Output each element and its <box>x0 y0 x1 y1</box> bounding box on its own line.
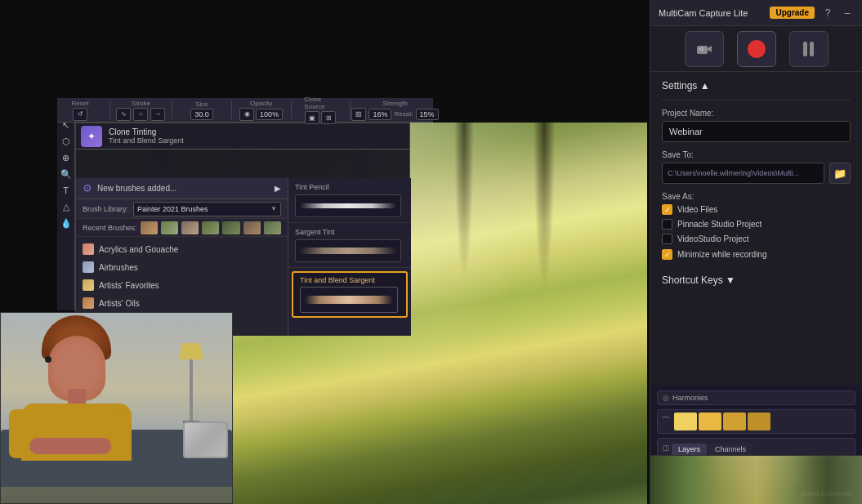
shortcut-keys-header[interactable]: Shortcut Keys ▼ <box>662 274 851 286</box>
upgrade-button[interactable]: Upgrade <box>770 7 815 19</box>
stroke-btn1[interactable]: ∿ <box>116 108 131 121</box>
clone-title-group: Clone Tinting Tint and Blend Sargent <box>109 127 184 145</box>
toolbar-resat-value[interactable]: 15% <box>416 109 439 120</box>
clone-btn1[interactable]: ▣ <box>305 111 319 124</box>
tool-text[interactable]: T <box>59 183 74 198</box>
tint-pencil-stroke <box>300 203 396 208</box>
toolbar-reset-group: Reset ↺ <box>64 100 96 121</box>
camera-svg: ×2 <box>696 42 712 56</box>
toolbar-strength-value[interactable]: 16% <box>368 109 391 120</box>
tool-zoom[interactable]: 🔍 <box>59 167 74 181</box>
save-to-path: C:\Users\noelle.wilmering\Videos\Multi..… <box>668 169 799 177</box>
clone-icon: ✦ <box>81 126 102 147</box>
lamp-shade <box>179 343 203 359</box>
svg-text:×2: ×2 <box>699 47 703 51</box>
brush-swatch-icon: ⁀ <box>663 417 669 426</box>
videostudio-checkbox[interactable] <box>662 234 672 244</box>
brush-thumb-7 <box>264 221 281 234</box>
toolbar-sep4 <box>291 101 292 119</box>
strength-icon[interactable]: ▨ <box>351 108 366 121</box>
camera-source-button[interactable]: ×2 <box>685 31 724 67</box>
minimize-checkbox[interactable] <box>662 249 672 260</box>
brush-library-value: Painter 2021 Brushes <box>137 205 208 213</box>
toolbar-sep5 <box>350 101 351 119</box>
new-brushes-arrow: ▶ <box>275 184 281 193</box>
reset-btn[interactable]: ↺ <box>73 108 87 121</box>
preview-area: ◎ Harmonies ⁀ ◫ Layers Channels Dana Dia… <box>650 386 862 504</box>
brush-item-oils[interactable]: Artists' Oils <box>76 294 288 312</box>
tools-panel: 🖌 ↖ ⬡ ⊕ 🔍 T △ 💧 <box>57 98 75 310</box>
arm-right <box>107 409 132 458</box>
brush-thumb-4 <box>202 221 219 234</box>
pinnacle-checkbox[interactable] <box>662 219 672 230</box>
pause-button[interactable] <box>789 31 829 67</box>
pinnacle-label: Pinnacle Studio Project <box>677 220 762 229</box>
arm-left <box>9 409 33 458</box>
brush-item-airbrushes[interactable]: Airbrushes <box>76 258 288 276</box>
tool-crop[interactable]: ⊕ <box>59 150 74 165</box>
toolbar-clone-group: Clone Source ▣ ⊞ <box>304 96 337 124</box>
channels-tab[interactable]: Channels <box>708 444 753 455</box>
toolbar-reset-label: Reset <box>72 100 89 107</box>
painting-preview-strip <box>650 455 862 504</box>
toolbar-sep3 <box>231 101 232 119</box>
save-as-label: Save As: <box>662 192 851 201</box>
save-to-label: Save To: <box>662 150 851 159</box>
selected-brush-preview <box>300 287 398 313</box>
toolbar-stroke-group: Stroke ∿ ○ ↔ <box>123 100 159 121</box>
lamp-pole <box>190 359 193 421</box>
tint-pencil-preview <box>295 194 401 217</box>
swatch-2[interactable] <box>699 413 721 430</box>
brush-library-select[interactable]: Painter 2021 Brushes ▼ <box>133 202 281 216</box>
video-files-row: Video Files <box>662 204 851 215</box>
project-name-input[interactable]: Webinar <box>662 121 851 142</box>
brush-selected-tint-blend[interactable]: Tint and Blend Sargent <box>292 271 408 318</box>
svg-marker-1 <box>708 46 712 52</box>
tool-shape[interactable]: △ <box>59 199 74 214</box>
brush-label-acrylics: Acrylics and Gouache <box>99 245 178 254</box>
gear-icon: ⚙ <box>83 182 92 194</box>
brush-detail-panel: Tint Pencil Sargent Tint Tint and Blend … <box>288 178 411 336</box>
new-brushes-row[interactable]: ⚙ New brushes added... ▶ <box>76 178 288 199</box>
pinnacle-row: Pinnacle Studio Project <box>662 219 851 230</box>
stroke-btn2[interactable]: ○ <box>133 108 148 121</box>
swatches-row: ⁀ <box>657 409 855 434</box>
brush-preview-tint-pencil[interactable]: Tint Pencil <box>288 178 411 223</box>
brush-icon-favorites <box>83 279 94 291</box>
shortcut-keys-section: Shortcut Keys ▼ <box>650 268 862 286</box>
stroke-btn3[interactable]: ↔ <box>150 108 165 121</box>
swatch-1[interactable] <box>674 413 697 430</box>
clone-btn2[interactable]: ⊞ <box>321 111 336 124</box>
videostudio-label: VideoStudio Project <box>677 234 749 243</box>
toolbar-size-value[interactable]: 30.0 <box>190 109 213 120</box>
tool-eyedrop[interactable]: 💧 <box>59 216 74 230</box>
folder-browse-button[interactable]: 📁 <box>829 163 851 184</box>
layers-tab[interactable]: Layers <box>672 444 707 455</box>
save-to-input[interactable]: C:\Users\noelle.wilmering\Videos\Multi..… <box>662 163 824 184</box>
new-brushes-label: New brushes added... <box>97 184 270 193</box>
neck <box>68 389 86 405</box>
swatch-3[interactable] <box>723 413 746 430</box>
swatch-4[interactable] <box>748 413 770 430</box>
video-files-checkbox[interactable] <box>662 204 672 215</box>
toolbar-opacity-value[interactable]: 100% <box>256 109 283 120</box>
help-button[interactable]: ? <box>821 7 834 20</box>
brush-item-acrylics[interactable]: Acrylics and Gouache <box>76 240 288 258</box>
brush-item-favorites[interactable]: Artists' Favorites <box>76 276 288 294</box>
opacity-icon[interactable]: ◉ <box>239 108 254 121</box>
brush-icon-airbrushes <box>83 261 94 273</box>
clone-title-text: Clone Tinting <box>109 127 184 136</box>
project-name-label: Project Name: <box>662 109 851 118</box>
hands-folded <box>29 438 111 454</box>
brush-library-label: Brush Library: <box>83 205 128 213</box>
brush-preview-sargent[interactable]: Sargent Tint <box>288 223 411 268</box>
pause-bar-left <box>803 42 807 56</box>
tool-lasso[interactable]: ⬡ <box>59 134 74 149</box>
record-button[interactable] <box>737 31 776 67</box>
controls-row: ×2 <box>650 26 862 72</box>
brush-icon-acrylics <box>83 243 94 255</box>
person-figure <box>9 315 140 458</box>
brush-label-airbrushes: Airbrushes <box>99 263 138 272</box>
minimize-button[interactable]: – <box>841 7 854 20</box>
clone-header: ✦ Clone Tinting Tint and Blend Sargent <box>76 123 409 149</box>
